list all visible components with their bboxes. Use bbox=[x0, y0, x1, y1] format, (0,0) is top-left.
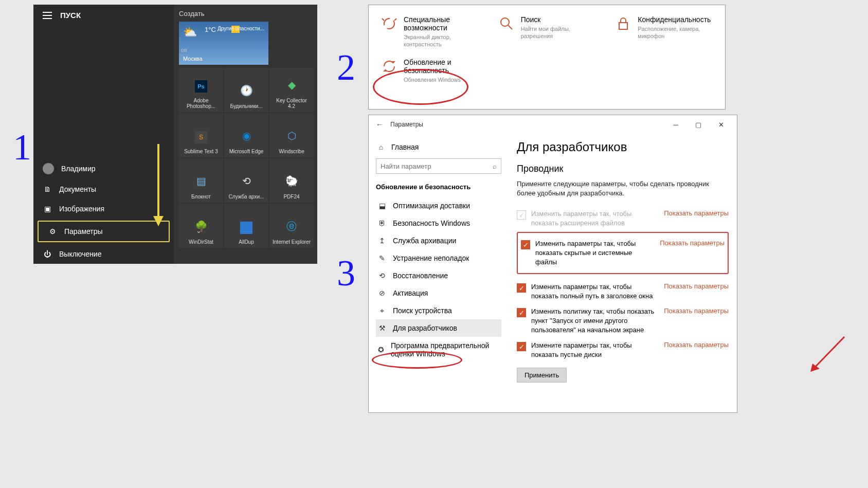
option-runas: ✓ Изменить политику так, чтобы показать … bbox=[517, 304, 729, 338]
step-2-label: 2 bbox=[337, 46, 355, 89]
weather-tile[interactable]: ⛅ 1°C Другие опасности... Москва bbox=[179, 22, 268, 65]
nav-find-device[interactable]: ⌖Поиск устройства bbox=[376, 302, 501, 319]
sublime-icon: S bbox=[195, 131, 207, 143]
tile-alarms[interactable]: 🕐Будильники... bbox=[224, 68, 268, 112]
checkbox[interactable]: ✓ bbox=[517, 283, 526, 293]
key-icon: ⊘ bbox=[378, 289, 386, 297]
svg-rect-5 bbox=[619, 23, 627, 29]
pictures-item[interactable]: ▣ Изображения bbox=[33, 199, 174, 219]
nav-troubleshoot[interactable]: ✎Устранение неполадок bbox=[376, 249, 501, 267]
hamburger-icon[interactable] bbox=[43, 12, 52, 19]
settings-item[interactable]: ⚙ Параметры bbox=[38, 221, 170, 242]
tile-notepad[interactable]: ▤Блокнот bbox=[179, 158, 223, 203]
tile-alldup[interactable]: AllDup bbox=[224, 204, 268, 248]
weather-city: Москва bbox=[183, 56, 203, 62]
category-update-security[interactable]: Обновление и безопасностьОбновления Wind… bbox=[381, 58, 494, 83]
power-icon: ⏻ bbox=[43, 249, 52, 259]
cat-desc: Экранный диктор, контрастность bbox=[404, 33, 479, 48]
tile-windirstat[interactable]: 🌳WinDirStat bbox=[179, 204, 223, 248]
back-button[interactable]: ← bbox=[374, 120, 385, 129]
tile-label: Служба архи... bbox=[229, 194, 264, 200]
nav-label: Служба архивации bbox=[393, 237, 456, 245]
nav-activation[interactable]: ⊘Активация bbox=[376, 284, 501, 302]
option-full-path: ✓ Изменить параметры так, чтобы показать… bbox=[517, 279, 729, 304]
show-params-link[interactable]: Показать параметры bbox=[664, 307, 729, 315]
show-params-link[interactable]: Показать параметры bbox=[660, 239, 725, 247]
start-header: ПУСК bbox=[33, 5, 174, 26]
nav-home-label: Главная bbox=[391, 143, 419, 151]
tile-backup[interactable]: ⟲Служба архи... bbox=[224, 158, 268, 203]
alldup-icon bbox=[240, 222, 252, 234]
tile-keycollector[interactable]: ◆Key Collector 4.2 bbox=[269, 68, 314, 112]
nav-label: Для разработчиков bbox=[393, 324, 457, 332]
tile-photoshop[interactable]: PsAdobe Photoshop... bbox=[179, 68, 223, 112]
show-params-link[interactable]: Показать параметры bbox=[664, 209, 729, 217]
show-params-link[interactable]: Показать параметры bbox=[664, 282, 729, 290]
category-search[interactable]: ПоискНайти мои файлы, разрешения bbox=[498, 15, 596, 48]
user-name: Владимир bbox=[61, 165, 96, 173]
document-icon: 🗎 bbox=[43, 185, 52, 194]
nav-search[interactable]: ⌕ bbox=[376, 158, 501, 174]
minimize-button[interactable]: ─ bbox=[665, 117, 686, 132]
nav-for-developers[interactable]: ⚒Для разработчиков bbox=[376, 319, 501, 337]
power-item[interactable]: ⏻ Выключение bbox=[33, 244, 174, 264]
nav-label: Активация bbox=[393, 289, 428, 297]
refresh-icon: ⟲ bbox=[239, 173, 254, 189]
shield-icon: ⛨ bbox=[378, 219, 386, 227]
close-button[interactable]: ✕ bbox=[710, 117, 732, 132]
tile-edge[interactable]: ◉Microsoft Edge bbox=[224, 113, 268, 157]
lock-icon bbox=[615, 15, 631, 32]
documents-item[interactable]: 🗎 Документы bbox=[33, 179, 174, 199]
checkbox[interactable]: ✓ bbox=[517, 342, 526, 351]
step-3-label: 3 bbox=[337, 252, 355, 295]
tile-label: PDF24 bbox=[283, 194, 299, 200]
show-params-link[interactable]: Показать параметры bbox=[664, 341, 729, 349]
svg-line-4 bbox=[508, 25, 512, 29]
start-menu: ПУСК Владимир 🗎 Документы ▣ Изображения … bbox=[33, 5, 317, 264]
apply-button[interactable]: Применить bbox=[517, 368, 567, 383]
key-icon: ◆ bbox=[284, 77, 299, 93]
cat-desc: Обновления Windows bbox=[404, 76, 494, 83]
weather-temp: 1°C bbox=[205, 26, 216, 33]
power-label: Выключение bbox=[59, 250, 101, 258]
nav-insider[interactable]: ✪Программа предварительной оценки Window… bbox=[376, 337, 501, 363]
user-account-item[interactable]: Владимир bbox=[33, 158, 174, 179]
page-title: Для разработчиков bbox=[517, 140, 729, 154]
tile-pdf24[interactable]: 🐑PDF24 bbox=[269, 158, 314, 203]
cat-title: Конфиденциальность bbox=[638, 15, 713, 24]
category-accessibility[interactable]: Специальные возможностиЭкранный диктор, … bbox=[381, 15, 479, 48]
gear-icon: ⚙ bbox=[48, 227, 57, 236]
nav-label: Устранение неполадок bbox=[393, 254, 469, 262]
clock-icon: 🕐 bbox=[239, 83, 254, 98]
checkbox[interactable]: ✓ bbox=[517, 210, 526, 220]
tile-windscribe[interactable]: ⬡Windscribe bbox=[269, 113, 314, 157]
nav-recovery[interactable]: ⟲Восстановление bbox=[376, 267, 501, 284]
location-icon: ⌖ bbox=[378, 306, 386, 315]
chevron-down-icon[interactable]: ⌄ bbox=[196, 227, 202, 234]
image-icon: ▣ bbox=[43, 204, 52, 213]
category-privacy[interactable]: КонфиденциальностьРасположение, камера, … bbox=[615, 15, 713, 48]
home-icon: ⌂ bbox=[377, 143, 385, 151]
weather-warn-text: Другие опасности... bbox=[218, 26, 264, 32]
nav-label: Безопасность Windows bbox=[393, 219, 470, 227]
start-title: ПУСК bbox=[60, 11, 81, 20]
settings-nav: ⌂Главная ⌕ Обновление и безопасность ⬓Оп… bbox=[369, 134, 509, 412]
option-file-extensions: ✓ Изменить параметры так, чтобы показать… bbox=[517, 206, 729, 231]
tile-sublime[interactable]: SSublime Text 3 bbox=[179, 113, 223, 157]
checkbox[interactable]: ✓ bbox=[521, 240, 530, 249]
window-title: Параметры bbox=[390, 121, 423, 128]
nav-windows-security[interactable]: ⛨Безопасность Windows bbox=[376, 214, 501, 232]
tile-ie[interactable]: ⓔInternet Explorer bbox=[269, 204, 314, 248]
maximize-button[interactable]: ▢ bbox=[688, 117, 709, 132]
search-input[interactable] bbox=[381, 162, 493, 170]
nav-delivery-opt[interactable]: ⬓Оптимизация доставки bbox=[376, 197, 501, 214]
option-text: Изменить параметры так, чтобы показать с… bbox=[535, 239, 652, 267]
settings-categories-panel: Специальные возможностиЭкранный диктор, … bbox=[368, 5, 726, 110]
nav-home[interactable]: ⌂Главная bbox=[376, 140, 501, 158]
settings-content: Для разработчиков Проводник Примените сл… bbox=[509, 134, 737, 412]
nav-backup[interactable]: ↥Служба архивации bbox=[376, 232, 501, 249]
checkbox[interactable]: ✓ bbox=[517, 308, 526, 317]
option-empty-drives: ✓ Измените параметры так, чтобы показать… bbox=[517, 338, 729, 363]
step-1-label: 1 bbox=[13, 126, 31, 169]
settings-window: ← Параметры ─ ▢ ✕ ⌂Главная ⌕ Обновление … bbox=[368, 115, 737, 413]
